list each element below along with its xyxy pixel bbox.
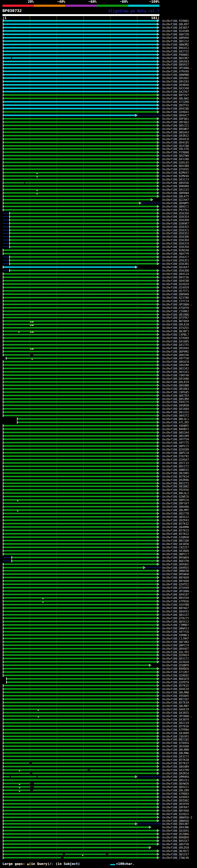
alignment-row[interactable]: UniRef100_B2MV46 [0,174,197,178]
subject-label[interactable]: UniRef100_Q93X60 [162,745,189,748]
subject-label[interactable]: UniRef100_Q8W431 [162,468,189,471]
alignment-row[interactable]: UniRef100_B5TK31 [0,532,197,535]
alignment-row[interactable]: UniRef100_A9U0P5 [0,424,197,427]
subject-label[interactable]: UniRef100_Q5FC15 [162,462,189,465]
alignment-row[interactable]: UniRef100_B9HDE0 [0,667,197,670]
subject-label[interactable]: UniRef100_O24509 [162,30,189,33]
alignment-row[interactable]: UniRef100_Q8W413 [0,627,197,630]
alignment-row[interactable]: UniRef100_Q9ZTX2 [0,103,197,107]
subject-label[interactable]: UniRef100_C4PBL7 [162,333,189,336]
alignment-row[interactable]: UniRef100_Q8GUB8 [0,384,197,387]
subject-label[interactable]: UniRef100_Q8RVK8 [162,293,189,296]
subject-label[interactable]: UniRef100_Q4AEI9 [162,708,189,711]
alignment-row[interactable]: UniRef100_Q9SI83 [0,80,197,83]
subject-label[interactable]: UniRef100_Q70XE6 [162,741,189,745]
alignment-row[interactable]: UniRef100_Q05G11 [0,785,197,788]
alignment-row[interactable]: UniRef100_Q43348 [0,87,197,90]
alignment-row[interactable]: UniRef100_B0LUL2 [0,491,197,495]
alignment-row[interactable]: UniRef100_Q41755 [0,343,197,346]
subject-label[interactable]: UniRef100_Q9ZP42 [162,519,189,522]
alignment-row[interactable]: UniRef100_Q6F4N3 [0,640,197,644]
alignment-row[interactable]: UniRef100_Q84XV1 [0,610,197,613]
alignment-row[interactable]: UniRef100_B6ECP0 [0,559,197,563]
alignment-row[interactable]: UniRef100_O24509 [0,29,197,33]
subject-label[interactable]: UniRef100_Q58JE1 [162,259,189,262]
alignment-row[interactable]: UniRef100_Q9FR47 [0,805,197,809]
alignment-row[interactable]: UniRef100_A7R4X6 [0,70,197,73]
alignment-row[interactable]: UniRef100_Q9FSV7 [0,502,197,505]
alignment-row[interactable]: UniRef100_P26792 [0,455,197,458]
subject-label[interactable]: UniRef100_P80065 [162,53,189,56]
subject-label[interactable]: UniRef100_O23786 [162,296,189,299]
alignment-row[interactable]: UniRef100_Q9SM30 [0,404,197,407]
subject-label[interactable]: UniRef100_Q9ZR96 [162,478,189,482]
subject-label[interactable]: UniRef100_Q41604 [162,407,189,410]
subject-label[interactable]: UniRef100_P92916 [162,488,189,491]
subject-label[interactable]: UniRef100_O81083 [162,388,189,391]
subject-label[interactable]: UniRef100_Q58JE5 [162,225,189,228]
alignment-row[interactable]: UniRef100_Q944C8 [0,137,197,141]
subject-label[interactable]: UniRef100_Q9SM30 [162,404,189,407]
subject-label[interactable]: UniRef100_Q43799 [162,769,189,772]
subject-label[interactable]: UniRef100_A7IZK7 [162,671,189,674]
subject-label[interactable]: UniRef100_A7Q4Y8 [162,306,189,309]
alignment-row[interactable]: UniRef100_Q2XQ21 [0,812,197,816]
alignment-row[interactable]: UniRef100_UPI000.. [0,303,197,306]
subject-label[interactable]: UniRef100_Q9FR47 [162,806,189,809]
subject-label[interactable]: UniRef100_Q5QBP9 [162,664,189,667]
subject-label[interactable]: UniRef100_P26792 [162,455,189,458]
subject-label[interactable]: UniRef100_Q2HTE2 [162,583,189,586]
alignment-row[interactable]: UniRef100_Q9LIB9 [0,788,197,792]
alignment-row[interactable]: UniRef100_Q9ZTW9 [0,154,197,157]
alignment-row[interactable]: UniRef100_A9YTS8 [0,356,197,360]
alignment-row[interactable]: UniRef100_Q8W3M2 [0,43,197,46]
subject-label[interactable]: UniRef100_C1J9H7 [162,637,189,640]
subject-label[interactable]: UniRef100_Q9SI83 [162,80,189,83]
alignment-row[interactable]: UniRef100_P92916 [0,488,197,491]
subject-label[interactable]: UniRef100_Q94JN7 [162,823,189,826]
subject-label[interactable]: UniRef100_A9YTS9 [162,438,189,441]
subject-label[interactable]: UniRef100_A0A7Z0 [162,33,189,36]
subject-label[interactable]: UniRef100_A9SCM4 [162,364,189,367]
alignment-row[interactable]: UniRef100_Q39692 [0,674,197,677]
alignment-row[interactable]: UniRef100_B8Y667 [0,606,197,610]
alignment-row[interactable]: UniRef100_O65342 [0,367,197,370]
alignment-row[interactable]: UniRef100_Q58JC7 [0,255,197,259]
alignment-row[interactable]: UniRef100_B9SWG8 [0,572,197,576]
alignment-row[interactable]: UniRef100_Q8LRN8 [0,691,197,694]
alignment-row[interactable]: UniRef100_Q8RVK8 [0,292,197,296]
subject-label[interactable]: UniRef100_Q9ZR32 [162,134,189,137]
subject-label[interactable]: UniRef100_Q41215 [162,188,189,191]
subject-label[interactable]: UniRef100_Q58JD9 [162,219,189,222]
subject-label[interactable]: UniRef100_Q9LDS8 [162,846,189,849]
subject-label[interactable]: UniRef100_Q43866 [162,549,189,552]
subject-label[interactable]: UniRef100_UPI000.. [162,590,192,593]
alignment-row[interactable]: UniRef100_Q43856 [0,542,197,546]
subject-label[interactable]: UniRef100_Q9SXD2 [162,77,189,80]
alignment-row[interactable]: UniRef100_Q2HVE4 [0,653,197,657]
alignment-row[interactable]: UniRef100_A5AYB8 [0,603,197,606]
subject-label[interactable]: UniRef100_Q0PCC5 [162,445,189,448]
subject-label[interactable]: UniRef100_Q43348 [162,87,189,90]
alignment-row[interactable]: UniRef100_B9GVI2 [0,46,197,50]
alignment-row[interactable]: UniRef100_Q7XTK7 [0,316,197,319]
subject-label[interactable]: UniRef100_Q8GUA3 [162,131,189,134]
alignment-row[interactable]: UniRef100_B5TK32 [0,522,197,525]
subject-label[interactable]: UniRef100_UPI000.. [162,303,192,306]
alignment-row[interactable]: UniRef100_Q08IC1 [0,205,197,208]
alignment-row[interactable]: UniRef100_B6EUC9 [0,677,197,680]
alignment-row[interactable]: UniRef100_A7Q4Y8 [0,306,197,309]
alignment-row[interactable]: UniRef100_Q2QI09 [0,448,197,451]
alignment-row[interactable]: UniRef100_Q05JI2 [0,39,197,43]
alignment-row[interactable]: UniRef100_A0A7Z0 [0,33,197,36]
subject-label[interactable]: UniRef100_B5TK34 [162,475,189,478]
alignment-row[interactable]: UniRef100_P29000 [0,151,197,154]
alignment-row[interactable]: UniRef100_B5TK36 [0,724,197,728]
alignment-row[interactable]: UniRef100_Q9M4K8 [0,775,197,778]
alignment-row[interactable]: UniRef100_A7RDD3 [0,792,197,795]
subject-label[interactable]: UniRef100_B0I1Q7 [162,698,189,701]
subject-label[interactable]: UniRef100_Q5ZQK6 [162,833,189,836]
subject-label[interactable]: UniRef100_Q93X59 [162,802,189,805]
subject-label[interactable]: UniRef100_A0A7Y9 [162,252,189,255]
alignment-row[interactable]: UniRef100_Q9ZU02 [0,799,197,802]
